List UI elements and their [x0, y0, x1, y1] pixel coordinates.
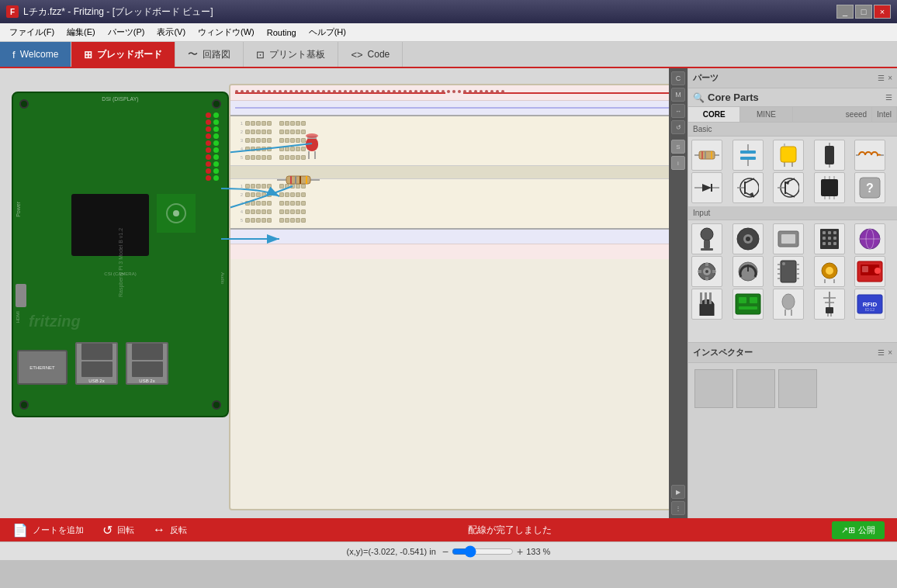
- zoom-control: − + 133 %: [442, 545, 551, 558]
- part-oval-led[interactable]: [773, 289, 804, 320]
- menu-help[interactable]: ヘルプ(H): [303, 25, 352, 40]
- corner-hole-bl: [19, 400, 29, 410]
- zoom-in-button[interactable]: +: [517, 545, 523, 558]
- part-connector[interactable]: [814, 223, 845, 254]
- menu-routing[interactable]: Routing: [261, 26, 303, 39]
- close-button[interactable]: ×: [874, 5, 891, 19]
- part-coil[interactable]: [854, 140, 885, 171]
- flip-button[interactable]: ↔ 反転: [153, 523, 187, 537]
- svg-point-98: [782, 262, 785, 265]
- part-reed-switch[interactable]: [773, 223, 804, 254]
- rotate-button[interactable]: ↺ 回転: [102, 523, 134, 538]
- svg-rect-17: [699, 151, 715, 159]
- top-blue-rail: [230, 101, 678, 116]
- zoom-slider[interactable]: [452, 545, 514, 558]
- part-speaker[interactable]: [732, 223, 764, 254]
- tab-welcome[interactable]: f Welcome: [0, 42, 71, 67]
- part-unknown[interactable]: ?: [854, 172, 885, 203]
- tab-core[interactable]: CORE: [688, 107, 740, 122]
- side-btn-rotate[interactable]: ↺: [671, 120, 685, 134]
- svg-rect-68: [823, 231, 826, 234]
- part-wireless[interactable]: [854, 223, 885, 254]
- panel-close-button[interactable]: ×: [888, 74, 892, 82]
- menu-edit[interactable]: 編集(E): [61, 25, 102, 40]
- inspector-menu-button[interactable]: ☰: [878, 348, 885, 357]
- side-btn-dots[interactable]: ⋮: [671, 501, 685, 515]
- menu-view[interactable]: 表示(V): [151, 25, 192, 40]
- inspector-panel: インスペクター ☰ ×: [688, 342, 897, 518]
- part-pcb-green[interactable]: [732, 289, 764, 320]
- side-btn-core[interactable]: C: [671, 71, 685, 85]
- minimize-button[interactable]: _: [836, 5, 854, 19]
- pcb-icon: ⊡: [256, 49, 265, 61]
- side-btn-seeed[interactable]: S: [671, 140, 685, 154]
- tab-intel[interactable]: Intel: [872, 107, 897, 122]
- svg-rect-85: [705, 263, 708, 266]
- fritzing-watermark: fritzing: [29, 313, 81, 330]
- svg-point-6: [306, 133, 318, 138]
- svg-text:?: ?: [867, 182, 874, 195]
- breadboard[interactable]: for(let i=0;i<50;i++) document.write('<d…: [229, 84, 680, 510]
- part-red-module[interactable]: [854, 256, 885, 287]
- tab-mine[interactable]: MINE: [740, 107, 792, 122]
- tab-seeed[interactable]: seeed: [841, 107, 872, 122]
- side-btn-intel[interactable]: i: [671, 156, 685, 170]
- rotate-icon: ↺: [102, 523, 113, 538]
- menu-window[interactable]: ウィンドウ(W): [192, 25, 261, 40]
- inspector-content: [688, 363, 897, 425]
- tab-breadboard[interactable]: ⊞ ブレッドボード: [71, 42, 175, 67]
- publish-button[interactable]: ↗⊞ 公開: [832, 521, 885, 539]
- part-resistor[interactable]: [691, 140, 722, 171]
- bb-row: 2: [235, 191, 674, 199]
- part-transistor-to92[interactable]: [691, 289, 722, 320]
- part-cap-yellow[interactable]: [773, 140, 804, 171]
- side-btn-expand[interactable]: ▶: [671, 485, 685, 499]
- usb-port-2: USB 2x: [126, 342, 168, 385]
- zoom-out-button[interactable]: −: [442, 545, 448, 558]
- code-icon: <>: [351, 49, 362, 61]
- part-ic[interactable]: [814, 172, 845, 203]
- side-btn-connect[interactable]: ↔: [671, 104, 685, 118]
- menu-file[interactable]: ファイル(F): [3, 25, 61, 40]
- tab-code[interactable]: <> Code: [338, 42, 403, 67]
- hdmi-port: [16, 284, 26, 307]
- part-light-sensor[interactable]: [814, 256, 845, 287]
- bottom-actions: 📄 ノートを追加 ↺ 回転 ↔ 反転: [12, 523, 187, 538]
- svg-rect-107: [705, 292, 707, 304]
- part-inductor[interactable]: [814, 140, 845, 171]
- parts-menu-icon[interactable]: ☰: [885, 93, 892, 102]
- svg-rect-76: [833, 242, 836, 245]
- svg-point-114: [782, 294, 795, 310]
- add-note-button[interactable]: 📄 ノートを追加: [12, 523, 84, 538]
- part-transistor-pnp[interactable]: [773, 172, 804, 203]
- menu-parts[interactable]: パーツ(P): [102, 25, 151, 40]
- tab-schematic[interactable]: 〜 回路図: [175, 42, 244, 67]
- input-section-label: Input: [688, 206, 897, 220]
- svg-rect-71: [823, 237, 826, 240]
- side-btn-mine[interactable]: M: [671, 88, 685, 102]
- part-capacitor[interactable]: [732, 140, 764, 171]
- resistor-component[interactable]: [277, 175, 320, 189]
- part-microphone[interactable]: [691, 223, 722, 254]
- svg-rect-83: [698, 270, 701, 273]
- inspector-close-button[interactable]: ×: [888, 348, 892, 357]
- bb-row: 2: [235, 128, 674, 136]
- tab-pcb[interactable]: ⊡ プリント基板: [244, 42, 338, 67]
- part-antenna[interactable]: [814, 289, 845, 320]
- part-motor[interactable]: [691, 256, 722, 287]
- inspector-controls: ☰ ×: [878, 348, 892, 357]
- part-potentiometer[interactable]: [732, 256, 764, 287]
- svg-rect-110: [736, 294, 760, 314]
- part-rfid[interactable]: RFID ID12: [854, 289, 885, 320]
- panel-menu-button[interactable]: ☰: [878, 74, 885, 82]
- input-parts-grid: RFID ID12: [688, 220, 897, 323]
- part-diode[interactable]: [691, 172, 722, 203]
- bb-row: 4: [235, 208, 674, 216]
- canvas-area[interactable]: DSI (DISPLAY) Power HDMI CSI (CAMERA) Au…: [0, 68, 687, 518]
- flip-icon: ↔: [153, 523, 165, 537]
- maximize-button[interactable]: □: [855, 5, 872, 19]
- led-component[interactable]: [304, 128, 323, 162]
- part-chip-dip[interactable]: [773, 256, 804, 287]
- search-icon: 🔍: [693, 92, 705, 103]
- part-transistor-npn[interactable]: [732, 172, 764, 203]
